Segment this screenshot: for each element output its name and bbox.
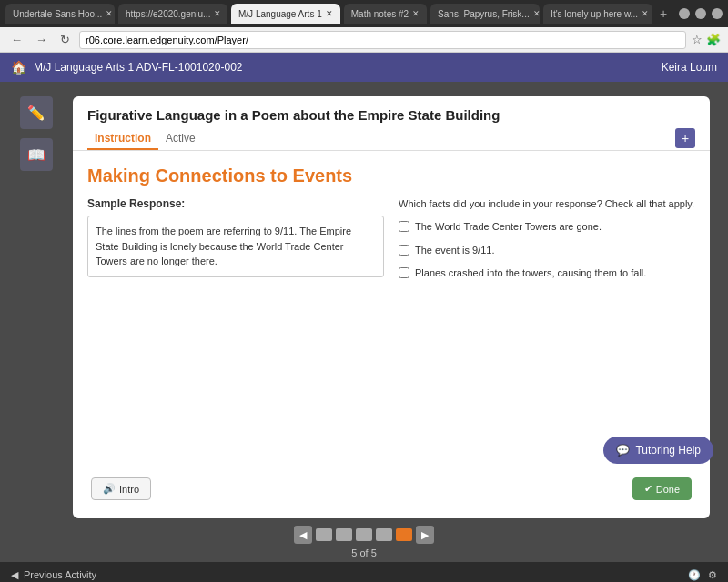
tutoring-help-button[interactable]: 💬 Tutoring Help [603, 436, 713, 464]
close-button[interactable] [712, 8, 723, 19]
tab-5-close[interactable]: ✕ [533, 9, 540, 18]
tab-1[interactable]: Undertale Sans Hoo... ✕ [5, 4, 115, 24]
tab-instruction-label: Instruction [95, 132, 151, 145]
checkbox-3-label: Planes crashed into the towers, causing … [415, 266, 646, 280]
checkbox-1[interactable] [399, 221, 410, 232]
minimize-button[interactable] [679, 8, 690, 19]
tab-1-close[interactable]: ✕ [106, 9, 113, 18]
panel-title-area: Figurative Language in a Poem about the … [73, 96, 710, 128]
intro-button-label: Intro [119, 484, 139, 495]
page-dot-1[interactable] [316, 528, 332, 541]
tab-2[interactable]: https://e2020.geniu... ✕ [118, 4, 228, 24]
window-controls [679, 8, 723, 19]
checkmark-icon: ✔ [644, 483, 652, 495]
bottom-right-icons: 🕐 ⚙ [688, 569, 717, 581]
checkbox-item-3[interactable]: Planes crashed into the towers, causing … [399, 266, 695, 280]
bookmark-icon[interactable]: ☆ [692, 33, 703, 46]
page-count: 5 of 5 [351, 547, 377, 558]
intro-button[interactable]: 🔊 Intro [91, 477, 151, 500]
browser-address-bar: ← → ↻ ☆ 🧩 [0, 27, 728, 53]
tab-active-label: Active [166, 132, 196, 145]
page-title: Figurative Language in a Poem about the … [87, 107, 695, 123]
tabs-bar: Instruction Active + [73, 128, 710, 151]
tutoring-icon: 💬 [616, 444, 630, 457]
page-dots: ◀ ▶ [294, 526, 434, 544]
checkbox-item-2[interactable]: The event is 9/11. [399, 244, 695, 257]
forward-button[interactable]: → [32, 31, 51, 48]
card-footer: 🔊 Intro ✔ Done [87, 470, 695, 504]
tab-3-close[interactable]: ✕ [326, 9, 333, 18]
user-name: Keira Loum [662, 61, 717, 74]
browser-tabs-bar: Undertale Sans Hoo... ✕ https://e2020.ge… [0, 0, 728, 27]
tab-6-label: It's lonely up here w... [551, 9, 638, 19]
clock-icon: 🕐 [688, 569, 701, 581]
tab-6[interactable]: It's lonely up here w... ✕ [543, 4, 652, 24]
previous-activity-button[interactable]: ◀ Previous Activity [11, 569, 96, 581]
page-dot-2[interactable] [336, 528, 352, 541]
done-button[interactable]: ✔ Done [632, 477, 692, 500]
browser-toolbar-icons: ☆ 🧩 [692, 33, 721, 46]
maximize-button[interactable] [695, 8, 706, 19]
app-header: 🏠 M/J Language Arts 1 ADV-FL-1001020-002… [0, 53, 728, 82]
tutoring-label: Tutoring Help [635, 444, 701, 457]
book-icon[interactable]: 📖 [20, 138, 53, 171]
sidebar: ✏️ 📖 [0, 82, 73, 518]
page-dot-4[interactable] [376, 528, 392, 541]
checkbox-2[interactable] [399, 245, 410, 256]
bottom-bar: ◀ Previous Activity 🕐 ⚙ [0, 562, 728, 582]
extensions-icon[interactable]: 🧩 [706, 33, 721, 46]
add-panel-button[interactable]: + [675, 128, 695, 148]
app-title-area: 🏠 M/J Language Arts 1 ADV-FL-1001020-002 [11, 60, 662, 75]
right-column: Which facts did you include in your resp… [399, 197, 695, 467]
left-arrow-icon: ◀ [11, 569, 18, 581]
card-body: Sample Response: The lines from the poem… [87, 197, 695, 467]
done-button-label: Done [656, 484, 680, 495]
tab-2-label: https://e2020.geniu... [126, 9, 210, 19]
page-next-arrow[interactable]: ▶ [416, 526, 434, 544]
page-dot-3[interactable] [356, 528, 372, 541]
home-icon[interactable]: 🏠 [11, 60, 26, 75]
content-area: ✏️ 📖 Figurative Language in a Poem about… [0, 82, 728, 518]
tab-4[interactable]: Math notes #2 ✕ [344, 4, 427, 24]
page-prev-arrow[interactable]: ◀ [294, 526, 312, 544]
settings-icon[interactable]: ⚙ [708, 569, 717, 581]
checkbox-3[interactable] [399, 267, 410, 278]
prev-activity-label: Previous Activity [24, 569, 96, 580]
tab-active[interactable]: Active [158, 128, 203, 150]
tab-5-label: Sans, Papyrus, Frisk... [438, 9, 530, 19]
tab-6-close[interactable]: ✕ [642, 9, 649, 18]
tab-5[interactable]: Sans, Papyrus, Frisk... ✕ [430, 4, 540, 24]
tab-3[interactable]: M/J Language Arts 1 ✕ [231, 4, 340, 24]
pagination-area: ◀ ▶ 5 of 5 [0, 518, 728, 562]
left-column: Sample Response: The lines from the poem… [87, 197, 384, 467]
speaker-icon: 🔊 [103, 483, 116, 495]
new-tab-button[interactable]: + [656, 6, 671, 21]
tab-4-close[interactable]: ✕ [412, 9, 420, 18]
tab-3-label: M/J Language Arts 1 [238, 9, 322, 19]
tab-4-label: Math notes #2 [351, 9, 409, 19]
tab-instruction[interactable]: Instruction [87, 128, 158, 150]
page-dot-5[interactable] [396, 528, 412, 541]
card-heading: Making Connections to Events [87, 166, 695, 186]
checkbox-1-label: The World Trade Center Towers are gone. [415, 220, 602, 234]
sample-label: Sample Response: [87, 197, 384, 210]
reload-button[interactable]: ↻ [56, 31, 74, 48]
back-button[interactable]: ← [7, 31, 26, 48]
tab-2-close[interactable]: ✕ [214, 9, 221, 18]
tab-1-label: Undertale Sans Hoo... [13, 9, 102, 19]
pencil-icon[interactable]: ✏️ [20, 96, 53, 129]
sample-text-box: The lines from the poem are referring to… [87, 216, 384, 277]
address-input[interactable] [79, 31, 686, 49]
checkbox-2-label: The event is 9/11. [415, 244, 494, 257]
check-question: Which facts did you include in your resp… [399, 197, 695, 211]
app-title: M/J Language Arts 1 ADV-FL-1001020-002 [34, 61, 242, 74]
checkbox-item-1[interactable]: The World Trade Center Towers are gone. [399, 220, 695, 234]
